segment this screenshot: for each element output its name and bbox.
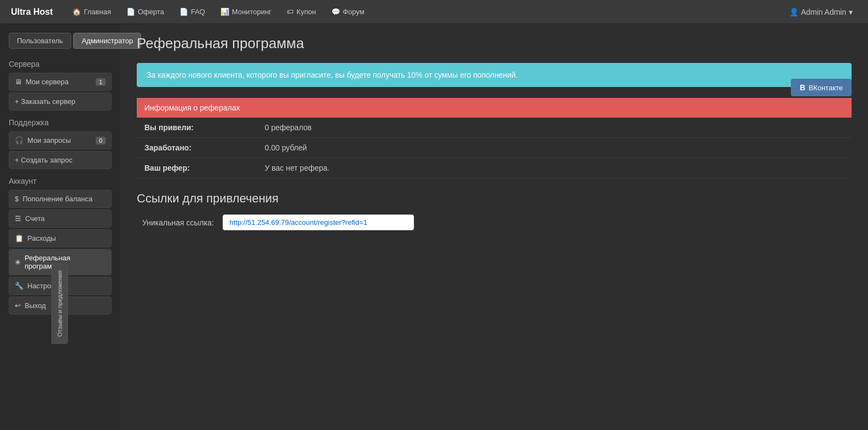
headphones-icon: 🎧 xyxy=(15,136,24,144)
topnav-right: 👤 Admin Admin ▾ xyxy=(785,5,857,19)
row-label-earned: Заработано: xyxy=(137,138,257,158)
row-value-referer: У вас нет рефера. xyxy=(257,158,852,178)
nav-forum[interactable]: 💬 Форум xyxy=(325,4,371,19)
main-content: В ВКонтакте Реферальная программа За каж… xyxy=(120,24,868,430)
user-menu[interactable]: 👤 Admin Admin ▾ xyxy=(785,5,857,19)
vk-icon: В xyxy=(800,83,805,92)
nav-links: 🏠 Главная 📄 Оферта 📄 FAQ 📊 Мониторинг 🏷 … xyxy=(66,4,784,19)
sidebar-item-invoices[interactable]: ☰ Счета xyxy=(9,210,112,228)
logout-icon: ↩ xyxy=(15,301,21,310)
sidebar-item-create-ticket[interactable]: + Создать запрос xyxy=(9,151,112,169)
nav-monitoring[interactable]: 📊 Мониторинг xyxy=(214,4,278,19)
section-title-account: Аккаунт xyxy=(9,177,120,185)
topnav: Ultra Host 🏠 Главная 📄 Оферта 📄 FAQ 📊 Мо… xyxy=(0,0,868,24)
sidebar-item-topup[interactable]: $ Пополнение баланса xyxy=(9,190,112,208)
nav-coupon[interactable]: 🏷 Купон xyxy=(280,4,323,19)
sidebar-item-my-servers[interactable]: 🖥 Мои сервера 1 xyxy=(9,73,112,91)
list-icon: ☰ xyxy=(15,214,21,223)
page-title: Реферальная программа xyxy=(137,35,852,52)
sidebar-item-order-server[interactable]: + Заказать сервер xyxy=(9,92,112,111)
doc-icon: 📋 xyxy=(15,234,24,242)
dollar-icon: $ xyxy=(15,195,19,203)
referral-table-header: Информация о рефералах xyxy=(137,98,852,118)
links-section-title: Ссылки для привлечения xyxy=(137,191,852,206)
vk-button[interactable]: В ВКонтакте xyxy=(791,79,852,96)
asterisk-icon: ✳ xyxy=(15,258,21,266)
row-label-referer: Ваш рефер: xyxy=(137,158,257,178)
feedback-tab[interactable]: Отзывы и предложения xyxy=(51,264,68,344)
layout: Пользователь Администратор Сервера 🖥 Мои… xyxy=(0,24,868,430)
sidebar: Пользователь Администратор Сервера 🖥 Мои… xyxy=(0,24,120,430)
row-label-referred: Вы привели: xyxy=(137,118,257,138)
table-row: Вы привели: 0 рефералов xyxy=(137,118,852,138)
server-icon: 🖥 xyxy=(15,78,22,86)
sidebar-tabs: Пользователь Администратор xyxy=(9,33,120,49)
brand: Ultra Host xyxy=(11,7,53,17)
tab-user[interactable]: Пользователь xyxy=(9,33,71,49)
tickets-badge: 0 xyxy=(96,137,106,144)
table-row: Ваш рефер: У вас нет рефера. xyxy=(137,158,852,178)
section-title-servers: Сервера xyxy=(9,60,120,68)
unique-link-row: Уникальная ссылка: xyxy=(142,214,852,230)
wrench-icon: 🔧 xyxy=(15,282,24,290)
unique-link-input[interactable] xyxy=(223,214,414,230)
unique-link-label: Уникальная ссылка: xyxy=(142,218,214,227)
nav-home[interactable]: 🏠 Главная xyxy=(66,4,117,19)
sidebar-item-my-tickets[interactable]: 🎧 Мои запросы 0 xyxy=(9,131,112,149)
referral-table: Информация о рефералах Вы привели: 0 реф… xyxy=(137,98,852,178)
servers-badge: 1 xyxy=(96,78,106,86)
sidebar-item-expenses[interactable]: 📋 Расходы xyxy=(9,229,112,247)
table-row: Заработано: 0.00 рублей xyxy=(137,138,852,158)
info-message: За каждого нового клиента, которого вы п… xyxy=(137,63,852,87)
section-title-support: Поддержка xyxy=(9,118,120,127)
nav-oferta[interactable]: 📄 Оферта xyxy=(120,4,171,19)
nav-faq[interactable]: 📄 FAQ xyxy=(173,4,212,19)
row-value-referred: 0 рефералов xyxy=(257,118,852,138)
row-value-earned: 0.00 рублей xyxy=(257,138,852,158)
